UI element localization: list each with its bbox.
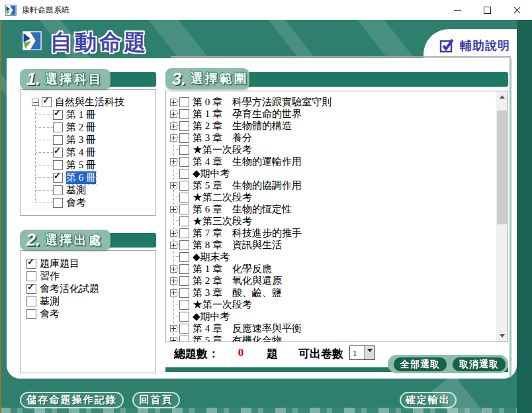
checkbox[interactable] (179, 145, 189, 155)
subject-tree-item[interactable]: 第 5 冊 (26, 159, 155, 171)
range-tree-item[interactable]: 第 3 章 養分 (170, 132, 496, 144)
tree-item-label[interactable]: 第 8 章 資訊與生活 (193, 239, 282, 252)
range-tree-item[interactable]: 第 2 章 生物體的構造 (170, 120, 496, 132)
range-tree-item[interactable]: ◆期中考 (170, 310, 496, 322)
checkbox[interactable] (53, 160, 63, 170)
scrollbar-thumb[interactable] (497, 111, 507, 224)
scroll-up-button[interactable] (496, 91, 508, 103)
expand-plus-icon[interactable] (170, 325, 177, 332)
scrollbar[interactable] (496, 91, 508, 342)
maximize-button[interactable] (472, 0, 502, 20)
deselect-all-button[interactable]: 取消選取 (453, 357, 506, 371)
checkbox[interactable] (26, 297, 36, 306)
checkbox[interactable] (179, 216, 189, 226)
expand-plus-icon[interactable] (170, 206, 177, 213)
tree-item-label[interactable]: ◆期末考 (193, 251, 230, 263)
tree-item-label[interactable]: 基測 (66, 184, 86, 197)
source-list-item[interactable]: 會考活化試題 (26, 283, 155, 295)
expand-plus-icon[interactable] (170, 289, 177, 297)
tree-item-label[interactable]: 第 3 章 酸、鹼、鹽 (193, 287, 282, 299)
tree-item-label[interactable]: 第 0 章 科學方法跟實驗室守則 (193, 96, 332, 109)
checkbox[interactable] (179, 169, 189, 179)
subject-tree-item[interactable]: 第 4 冊 (26, 146, 155, 159)
checkbox[interactable] (53, 110, 63, 120)
tree-item-label[interactable]: 第 4 章 反應速率與平衡 (193, 322, 302, 335)
expand-plus-icon[interactable] (170, 182, 177, 189)
checkbox[interactable] (53, 185, 63, 195)
tree-item-label[interactable]: 基測 (40, 295, 60, 308)
checkbox[interactable] (179, 240, 189, 250)
tree-item-label[interactable]: 會考 (40, 308, 60, 320)
home-button[interactable]: 回首頁 (132, 392, 180, 408)
tree-item-label[interactable]: 第 5 章 生物的協調作用 (193, 179, 302, 192)
checkbox[interactable] (53, 122, 63, 132)
expand-plus-icon[interactable] (170, 230, 177, 237)
range-tree-item[interactable]: ★第三次段考 (170, 215, 496, 227)
expand-plus-icon[interactable] (170, 265, 177, 273)
checkbox[interactable] (26, 284, 36, 294)
tree-item-label[interactable]: 第 5 冊 (66, 159, 96, 171)
checkbox[interactable] (179, 193, 189, 203)
tree-item-label[interactable]: ◆期中考 (193, 310, 230, 323)
dropdown-arrow-button[interactable] (364, 346, 375, 359)
tree-item-label[interactable]: 第 4 章 生物的運輸作用 (193, 156, 302, 168)
tree-item-label[interactable]: 第 6 冊 (66, 171, 96, 184)
subject-tree-item[interactable]: 第 1 冊 (26, 109, 155, 121)
tree-item-label[interactable]: 第 1 章 孕育生命的世界 (193, 108, 302, 120)
tree-item-label[interactable]: 第 1 冊 (66, 109, 96, 121)
tree-item-label[interactable]: 第 7 章 科技進步的推手 (193, 227, 302, 240)
save-record-button[interactable]: 儲存命題操作記錄 (20, 392, 124, 408)
range-tree-item[interactable]: 第 4 章 反應速率與平衡 (170, 322, 496, 334)
scroll-down-button[interactable] (496, 330, 508, 342)
checkbox[interactable] (53, 198, 63, 208)
expand-plus-icon[interactable] (170, 337, 177, 342)
checkbox[interactable] (179, 228, 189, 238)
tree-item-label[interactable]: 題庫題目 (40, 257, 79, 270)
tree-item-label[interactable]: 第 6 章 生物的恆定性 (193, 203, 292, 216)
checkbox[interactable] (179, 97, 189, 107)
checkbox[interactable] (179, 312, 189, 322)
range-tree-item[interactable]: 第 8 章 資訊與生活 (170, 239, 496, 251)
checkbox[interactable] (179, 109, 189, 119)
paper-count-select[interactable]: 1 (349, 345, 375, 360)
tree-item-label[interactable]: 第 2 章 生物體的構造 (193, 120, 292, 132)
checkbox[interactable] (179, 336, 189, 342)
checkbox[interactable] (53, 173, 63, 183)
range-tree-item[interactable]: 第 1 章 孕育生命的世界 (170, 108, 496, 120)
subject-tree-root[interactable]: 自然與生活科技 (26, 96, 155, 109)
tree-item-label[interactable]: 第 2 冊 (66, 121, 96, 134)
expand-plus-icon[interactable] (170, 111, 177, 118)
range-tree-item[interactable]: ◆期末考 (170, 251, 496, 263)
subject-tree-item[interactable]: 第 2 冊 (26, 121, 155, 134)
checkbox[interactable] (179, 300, 189, 310)
tree-item-label[interactable]: 第 3 章 養分 (193, 132, 252, 144)
tree-item-label[interactable]: 第 4 冊 (66, 146, 96, 159)
subject-tree-item[interactable]: 第 3 冊 (26, 134, 155, 146)
checkbox[interactable] (179, 121, 189, 131)
checkbox[interactable] (179, 288, 189, 298)
tree-item-label[interactable]: 習作 (40, 270, 60, 283)
checkbox[interactable] (26, 271, 36, 281)
range-tree-item[interactable]: 第 1 章 化學反應 (170, 263, 496, 275)
tree-item-label[interactable]: ★第一次段考 (193, 144, 252, 156)
tree-item-label[interactable]: 自然與生活科技 (55, 96, 124, 109)
range-tree-item[interactable]: ★第二次段考 (170, 191, 496, 203)
checkbox[interactable] (179, 276, 189, 286)
tree-item-label[interactable]: 第 1 章 化學反應 (193, 263, 272, 275)
checkbox[interactable] (179, 264, 189, 274)
expand-plus-icon[interactable] (170, 122, 177, 130)
tree-item-label[interactable]: ★第三次段考 (193, 215, 252, 228)
range-tree-item[interactable]: 第 3 章 酸、鹼、鹽 (170, 287, 496, 298)
checkbox[interactable] (179, 133, 189, 143)
select-all-button[interactable]: 全部選取 (394, 357, 447, 371)
checkbox[interactable] (179, 205, 189, 214)
expand-plus-icon[interactable] (170, 242, 177, 249)
expand-plus-icon[interactable] (170, 158, 177, 165)
range-tree-item[interactable]: ★第一次段考 (170, 144, 496, 156)
checkbox[interactable] (26, 309, 36, 319)
checkbox[interactable] (179, 252, 189, 262)
help-button[interactable]: 輔助說明 (430, 36, 510, 55)
range-tree-item[interactable]: ◆期中考 (170, 167, 496, 179)
range-tree-item[interactable]: 第 5 章 生物的協調作用 (170, 179, 496, 191)
source-list-item[interactable]: 基測 (26, 295, 155, 308)
